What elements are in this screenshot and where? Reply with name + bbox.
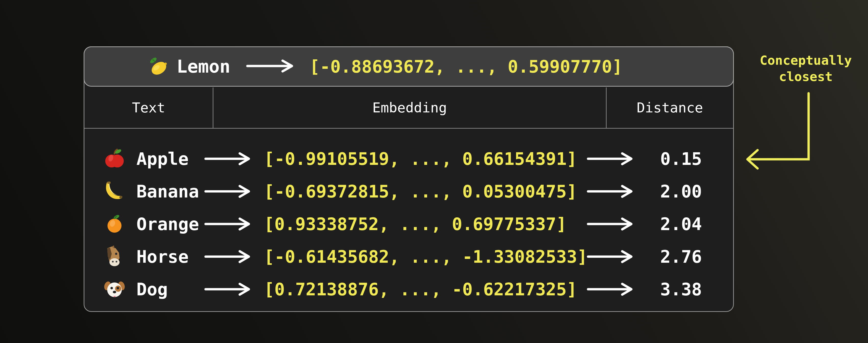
row-label: Apple	[128, 149, 204, 169]
horse-icon	[103, 245, 126, 268]
row-embedding: [0.93338752, ..., 0.69775337]	[255, 214, 587, 234]
embedding-table: Lemon [-0.88693672, ..., 0.59907770] Tex…	[84, 46, 734, 312]
right-arrow-icon	[246, 58, 294, 75]
column-header-text: Text	[84, 88, 213, 128]
right-arrow-icon	[587, 184, 638, 199]
right-arrow-icon	[204, 282, 255, 297]
table-row-apple: Apple [-0.99105519, ..., 0.66154391] 0.1…	[84, 142, 733, 175]
right-arrow-icon	[204, 184, 255, 199]
table-row-orange: Orange [0.93338752, ..., 0.69775337] 2.0…	[84, 208, 733, 240]
embedding-diagram: Lemon [-0.88693672, ..., 0.59907770] Tex…	[0, 0, 868, 343]
row-embedding: [-0.99105519, ..., 0.66154391]	[255, 149, 587, 169]
elbow-arrow-icon	[741, 90, 820, 175]
row-embedding: [0.72138876, ..., -0.62217325]	[255, 279, 587, 300]
row-label: Orange	[128, 214, 204, 234]
row-label: Banana	[128, 181, 204, 202]
query-row: Lemon [-0.88693672, ..., 0.59907770]	[84, 46, 734, 87]
annotation-label: Conceptually closest	[747, 52, 864, 85]
column-headers: Text Embedding Distance	[84, 88, 733, 129]
query-embedding: [-0.88693672, ..., 0.59907770]	[309, 57, 622, 77]
row-distance: 2.00	[638, 181, 733, 202]
table-row-horse: Horse [-0.61435682, ..., -1.33082533] 2.…	[84, 240, 733, 273]
right-arrow-icon	[204, 249, 255, 264]
column-header-distance: Distance	[607, 88, 733, 128]
row-distance: 2.76	[638, 247, 733, 267]
table-body: Apple [-0.99105519, ..., 0.66154391] 0.1…	[84, 129, 733, 311]
column-header-embedding: Embedding	[213, 88, 607, 128]
right-arrow-icon	[587, 249, 638, 264]
row-label: Dog	[128, 279, 204, 300]
right-arrow-icon	[204, 151, 255, 166]
query-label: Lemon	[177, 56, 230, 77]
row-distance: 3.38	[638, 279, 733, 300]
orange-icon	[103, 213, 126, 235]
table-row-dog: Dog [0.72138876, ..., -0.62217325] 3.38	[84, 273, 733, 306]
row-distance: 0.15	[638, 149, 733, 169]
table-row-banana: Banana [-0.69372815, ..., 0.05300475] 2.…	[84, 175, 733, 208]
banana-icon	[103, 180, 126, 203]
row-distance: 2.04	[638, 214, 733, 234]
row-embedding: [-0.61435682, ..., -1.33082533]	[255, 247, 587, 267]
row-label: Horse	[128, 247, 204, 267]
row-embedding: [-0.69372815, ..., 0.05300475]	[255, 181, 587, 202]
right-arrow-icon	[204, 216, 255, 232]
apple-icon	[103, 147, 126, 170]
right-arrow-icon	[587, 282, 638, 297]
dog-icon	[103, 278, 126, 301]
lemon-icon	[147, 55, 170, 78]
right-arrow-icon	[587, 151, 638, 166]
right-arrow-icon	[587, 216, 638, 232]
